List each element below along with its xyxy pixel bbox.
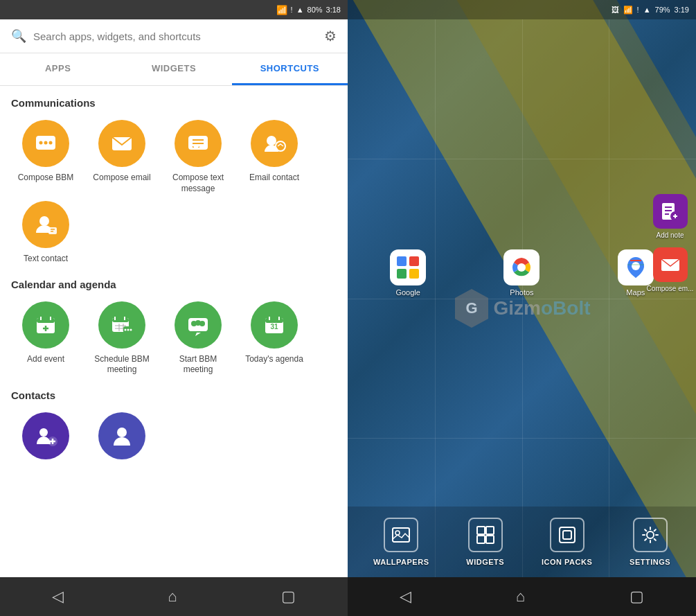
list-item[interactable]: Photos — [494, 249, 549, 297]
list-item[interactable] — [87, 412, 157, 465]
recent-button-right[interactable]: ▢ — [616, 581, 658, 613]
svg-point-30 — [125, 328, 127, 331]
wifi-icon-right: 📶 — [623, 6, 633, 15]
compose-bbm-label: Compose BBM — [18, 173, 74, 184]
svg-rect-16 — [37, 318, 55, 323]
section-communications: Communications Compose BBM — [11, 97, 337, 265]
todays-agenda-label: Today's agenda — [245, 354, 303, 365]
list-item[interactable]: Compose em... — [646, 247, 695, 292]
svg-rect-12 — [48, 227, 57, 234]
recent-button-left[interactable]: ▢ — [267, 581, 310, 613]
settings-gear-button[interactable]: ⚙ — [324, 28, 337, 44]
svg-rect-49 — [397, 256, 407, 266]
svg-point-1 — [39, 141, 43, 145]
nav-bar-right: ◁ ⌂ ▢ — [348, 577, 696, 616]
status-bar-right: 🖼 📶 ! ▲ 79% 3:19 — [348, 0, 696, 19]
google-label: Google — [395, 288, 420, 297]
list-item[interactable]: Google — [380, 249, 436, 297]
list-item[interactable]: 31 Today's agenda — [240, 301, 309, 376]
list-item[interactable]: Compose text message — [163, 120, 233, 194]
svg-point-53 — [517, 263, 526, 272]
compose-bbm-icon — [22, 120, 69, 167]
svg-point-32 — [130, 328, 132, 331]
battery-left: 80% — [307, 6, 323, 14]
search-bar[interactable]: 🔍 ⚙ — [0, 19, 348, 53]
svg-point-3 — [49, 141, 53, 145]
svg-rect-70 — [563, 531, 571, 539]
svg-point-71 — [647, 531, 654, 538]
list-item[interactable]: Compose BBM — [11, 120, 80, 194]
tabs: APPS WIDGETS SHORTCUTS — [0, 53, 348, 86]
signal-icon-right: ▲ — [643, 6, 651, 14]
email-contact-icon — [251, 120, 298, 167]
wifi-icon: 📶 — [276, 5, 287, 15]
compose-email-right-label: Compose em... — [647, 285, 694, 292]
time-left: 3:18 — [326, 6, 341, 14]
status-icons-left: 📶 ! ▲ 80% 3:18 — [276, 5, 341, 15]
schedule-bbm-icon — [98, 301, 145, 349]
tab-widgets[interactable]: WIDGETS — [116, 53, 231, 85]
alert-icon-right: ! — [637, 6, 639, 14]
svg-point-10 — [276, 141, 285, 151]
screenshot-icon-right: 🖼 — [612, 6, 619, 14]
list-item[interactable]: Email contact — [240, 120, 309, 194]
search-input-area[interactable]: 🔍 — [11, 28, 317, 44]
add-event-icon — [22, 301, 69, 349]
watermark-text: Gizm — [494, 297, 541, 319]
list-item[interactable]: Compose email — [87, 120, 157, 194]
svg-point-11 — [39, 216, 49, 226]
svg-point-46 — [117, 428, 127, 437]
list-item[interactable]: Schedule BBM meeting — [87, 301, 157, 376]
icon-packs-dock-item[interactable]: ICON PACKS — [542, 518, 592, 566]
search-icon: 🔍 — [11, 28, 26, 44]
bottom-dock: WALLPAPERS WIDGETS ICON PACKS — [348, 507, 696, 577]
section-title-calendar: Calendar and agenda — [11, 279, 337, 290]
wallpapers-dock-item[interactable]: WALLPAPERS — [373, 518, 429, 566]
settings-dock-item[interactable]: SETTINGS — [630, 518, 670, 566]
svg-rect-68 — [486, 536, 494, 543]
widgets-dock-icon — [468, 518, 503, 552]
section-contacts: Contacts — [11, 389, 337, 465]
side-apps: Add note Compose em... — [644, 194, 696, 292]
svg-text:G: G — [465, 299, 477, 317]
compose-text-icon — [175, 120, 222, 167]
wallpapers-label: WALLPAPERS — [373, 558, 429, 566]
time-right: 3:19 — [675, 6, 689, 14]
settings-dock-icon — [633, 518, 668, 552]
home-button-right[interactable]: ⌂ — [502, 581, 539, 613]
start-bbm-icon — [175, 301, 222, 349]
list-item[interactable] — [11, 412, 80, 465]
right-panel: 🖼 📶 ! ▲ 79% 3:19 G GizmoBolt — [348, 0, 696, 616]
tab-shortcuts[interactable]: SHORTCUTS — [232, 53, 348, 85]
svg-point-42 — [39, 428, 48, 437]
section-title-communications: Communications — [11, 97, 337, 109]
svg-point-9 — [267, 136, 276, 146]
search-input[interactable] — [33, 30, 317, 42]
list-item[interactable]: Add event — [11, 301, 80, 376]
compose-email-icon — [98, 120, 145, 167]
left-panel: 📶 ! ▲ 80% 3:18 🔍 ⚙ APPS WIDGETS SHORTCUT… — [0, 0, 348, 616]
back-button-right[interactable]: ◁ — [386, 581, 425, 613]
home-button-left[interactable]: ⌂ — [154, 581, 190, 613]
watermark-text2: oBolt — [541, 297, 591, 319]
list-item[interactable]: Text contact — [11, 201, 80, 265]
svg-point-2 — [44, 141, 48, 145]
list-item[interactable]: Start BBM meeting — [163, 301, 233, 376]
nav-bar-left: ◁ ⌂ ▢ — [0, 577, 348, 616]
start-bbm-label: Start BBM meeting — [163, 354, 233, 376]
svg-rect-38 — [265, 318, 283, 323]
back-button-left[interactable]: ◁ — [38, 581, 78, 613]
photos-label: Photos — [510, 288, 533, 297]
svg-rect-51 — [397, 269, 407, 279]
list-item[interactable]: Add note — [646, 194, 695, 239]
todays-agenda-icon: 31 — [251, 301, 298, 349]
svg-rect-69 — [560, 527, 575, 543]
icon-packs-dock-icon — [550, 518, 585, 552]
svg-point-54 — [632, 262, 640, 270]
svg-rect-52 — [409, 269, 419, 279]
svg-rect-65 — [477, 527, 485, 534]
widgets-dock-item[interactable]: WIDGETS — [466, 518, 504, 566]
content-area: Communications Compose BBM — [0, 86, 348, 577]
svg-point-36 — [195, 320, 201, 326]
tab-apps[interactable]: APPS — [0, 53, 116, 85]
